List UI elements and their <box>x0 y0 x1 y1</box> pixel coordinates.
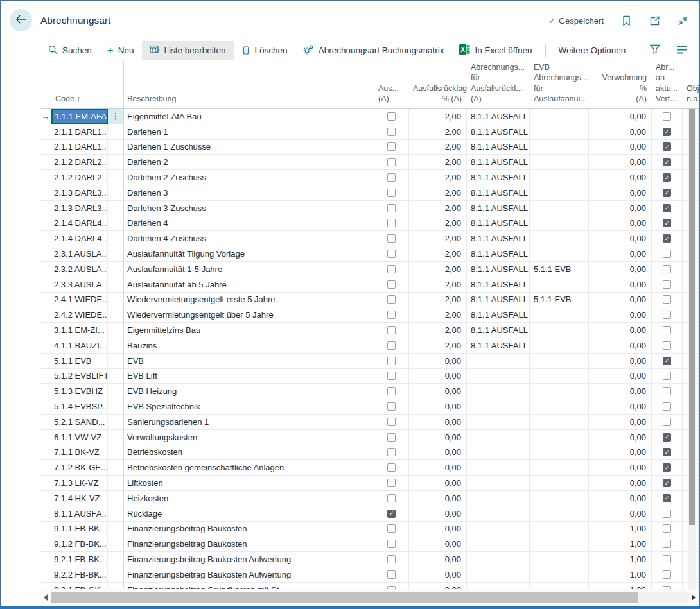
evb-abrechnung-cell[interactable] <box>530 552 589 567</box>
ausfallsruecklage-cell[interactable]: 2,00 <box>409 201 467 216</box>
abr-an-vert-checkbox[interactable] <box>663 570 671 579</box>
abr-an-vert-cell[interactable]: ✓ <box>652 124 683 139</box>
abr-an-vert-checkbox[interactable]: ✓ <box>663 189 671 197</box>
beschreibung-cell[interactable]: Auslaufannuität Tilgung Vorlage <box>123 246 374 261</box>
code-cell[interactable]: 7.1.2 BK-GE... <box>51 460 108 475</box>
table-row[interactable]: 2.3.2 AUSLA... Auslaufannuität 1-5 Jahre… <box>40 262 699 277</box>
row-menu-icon[interactable] <box>108 277 123 292</box>
code-cell[interactable]: 2.3.3 AUSLA... <box>51 277 108 292</box>
code-cell[interactable]: 5.1.4 EVBSP... <box>51 399 108 414</box>
abrechnung-ausfall-cell[interactable] <box>467 445 530 460</box>
delete-button[interactable]: Löschen <box>234 41 295 60</box>
aus-a-checkbox[interactable] <box>387 494 396 502</box>
aus-a-cell[interactable] <box>374 262 409 277</box>
ausfallsruecklage-cell[interactable]: 2,00 <box>409 124 467 139</box>
ausfallsruecklage-cell[interactable]: 0,00 <box>409 415 467 429</box>
abr-an-vert-cell[interactable]: ✓ <box>652 185 683 200</box>
abr-an-vert-cell[interactable]: ✓ <box>652 491 683 506</box>
table-row[interactable]: 3.1.1 EM-ZI... Eigenmittelzins Bau 2,00 … <box>40 323 699 338</box>
aus-a-checkbox[interactable] <box>387 479 396 487</box>
row-menu-icon[interactable] <box>108 430 123 445</box>
code-cell[interactable]: 2.4.2 WIEDE... <box>51 307 108 322</box>
evb-abrechnung-cell[interactable] <box>530 460 589 475</box>
abr-an-vert-checkbox[interactable] <box>663 280 671 289</box>
horizontal-scrollbar[interactable] <box>40 589 699 606</box>
aus-a-cell[interactable] <box>374 476 409 490</box>
aus-a-cell[interactable] <box>374 354 409 368</box>
aus-a-cell[interactable] <box>374 415 409 429</box>
abr-an-vert-checkbox[interactable]: ✓ <box>663 357 671 365</box>
aus-a-checkbox[interactable] <box>387 189 396 197</box>
aus-a-cell[interactable] <box>374 567 409 582</box>
code-cell[interactable]: 9.2.1 FB-BK... <box>51 552 108 567</box>
abr-an-vert-checkbox[interactable]: ✓ <box>663 479 671 487</box>
abr-an-vert-cell[interactable] <box>652 262 683 277</box>
abr-an-vert-checkbox[interactable] <box>663 418 671 426</box>
row-menu-icon[interactable] <box>108 552 123 567</box>
beschreibung-cell[interactable]: Sanierungsdarlehen 1 <box>123 415 374 429</box>
beschreibung-cell[interactable]: Heizkosten <box>123 491 374 506</box>
code-cell[interactable]: 3.1.1 EM-ZI... <box>51 323 108 338</box>
list-options-icon[interactable] <box>677 45 687 56</box>
evb-abrechnung-cell[interactable] <box>530 140 589 155</box>
code-cell[interactable]: 2.1.4 DARL4... <box>51 231 108 246</box>
abrechnung-ausfall-cell[interactable] <box>467 354 530 368</box>
table-row[interactable]: 2.1.4 DARL4... Darlehen 4 2,00 8.1.1 AUS… <box>40 216 699 232</box>
ausfallsruecklage-cell[interactable]: 0,00 <box>409 536 467 551</box>
back-button[interactable] <box>10 9 32 31</box>
abrechnung-ausfall-cell[interactable]: 8.1.1 AUSFALL... <box>467 216 530 231</box>
abrechnung-ausfall-cell[interactable]: 8.1.1 AUSFALL... <box>467 338 530 353</box>
beschreibung-cell[interactable]: Eigenmittelzins Bau <box>123 323 374 338</box>
aus-a-cell[interactable]: ✓ <box>374 506 409 521</box>
abrechnung-ausfall-cell[interactable]: 8.1.1 AUSFALL... <box>467 246 530 261</box>
aus-a-cell[interactable] <box>374 216 409 231</box>
table-row[interactable]: 2.1.1 DARL1... Darlehen 1 Zuschüsse 2,00… <box>40 140 699 155</box>
code-cell[interactable]: 5.1.3 EVBHZ <box>51 384 108 399</box>
abr-an-vert-cell[interactable]: ✓ <box>652 430 683 445</box>
beschreibung-cell[interactable]: Darlehen 4 Zuschuss <box>123 231 374 246</box>
code-cell[interactable]: 2.1.1 DARL1... <box>51 124 108 139</box>
evb-abrechnung-cell[interactable] <box>530 583 589 589</box>
abr-an-vert-checkbox[interactable] <box>663 341 671 350</box>
row-menu-icon[interactable] <box>108 384 123 399</box>
evb-abrechnung-cell[interactable] <box>530 216 589 231</box>
evb-abrechnung-cell[interactable] <box>530 277 589 292</box>
abrechnung-ausfall-cell[interactable]: 8.1.1 AUSFALL... <box>467 277 530 292</box>
row-menu-icon[interactable] <box>108 246 123 261</box>
abr-an-vert-cell[interactable]: ✓ <box>652 231 683 246</box>
code-cell[interactable]: 9.1.2 FB-BK... <box>51 536 108 551</box>
abr-an-vert-cell[interactable]: ✓ <box>652 155 683 169</box>
aus-a-checkbox[interactable] <box>387 265 396 273</box>
verwohnung-cell[interactable]: 0,00 <box>589 216 652 231</box>
evb-abrechnung-cell[interactable] <box>530 231 589 246</box>
aus-a-checkbox[interactable] <box>387 387 396 395</box>
beschreibung-cell[interactable]: Darlehen 3 Zuschuss <box>123 201 374 216</box>
beschreibung-cell[interactable]: Darlehen 2 Zuschuss <box>123 170 374 185</box>
verwohnung-cell[interactable]: 0,00 <box>589 323 652 338</box>
ausfallsruecklage-cell[interactable]: 2,00 <box>409 307 467 322</box>
table-row[interactable]: 7.1.1 BK-VZ Betriebskosten 0,00 0,00 ✓ <box>40 445 699 461</box>
abr-an-vert-cell[interactable] <box>652 307 683 322</box>
ausfallsruecklage-cell[interactable]: 2,00 <box>409 277 467 292</box>
code-cell[interactable]: 2.3.1 AUSLA... <box>51 246 108 261</box>
ausfallsruecklage-cell[interactable]: 2,00 <box>409 293 467 307</box>
evb-abrechnung-cell[interactable] <box>530 338 589 353</box>
beschreibung-cell[interactable]: Darlehen 3 <box>123 185 374 200</box>
collapse-icon[interactable] <box>678 15 688 26</box>
evb-abrechnung-cell[interactable] <box>530 567 589 582</box>
verwohnung-cell[interactable]: 0,00 <box>589 277 652 292</box>
evb-abrechnung-cell[interactable] <box>530 354 589 368</box>
code-cell[interactable]: 8.1.1 AUSFA... <box>51 506 108 521</box>
abrechnung-ausfall-cell[interactable] <box>467 460 530 475</box>
aus-a-checkbox[interactable] <box>387 128 396 136</box>
table-row[interactable]: 2.1.2 DARL2... Darlehen 2 2,00 8.1.1 AUS… <box>40 155 699 170</box>
abr-an-vert-cell[interactable] <box>652 384 683 399</box>
evb-abrechnung-cell[interactable] <box>530 170 589 185</box>
beschreibung-cell[interactable]: Finanzierungsbeitrag Grundkosten mit St.… <box>123 583 374 589</box>
abr-an-vert-cell[interactable] <box>652 506 683 521</box>
row-menu-icon[interactable] <box>108 567 123 582</box>
abr-an-vert-checkbox[interactable] <box>663 402 671 411</box>
table-row[interactable]: 5.1.1 EVB EVB 0,00 0,00 ✓ <box>40 354 699 369</box>
aus-a-cell[interactable] <box>374 491 409 506</box>
row-menu-icon[interactable] <box>108 354 123 368</box>
